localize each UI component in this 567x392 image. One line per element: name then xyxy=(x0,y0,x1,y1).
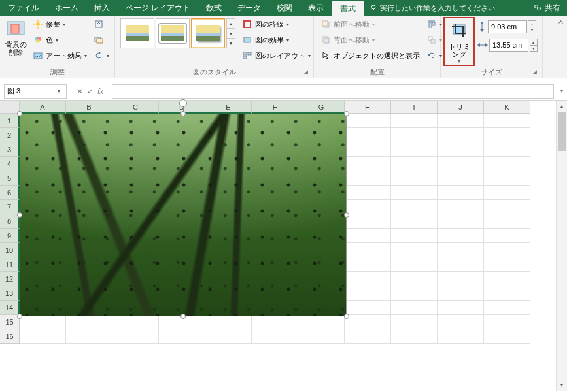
col-header-E[interactable]: E xyxy=(205,101,252,114)
cell[interactable] xyxy=(391,157,438,171)
artistic-effects-button[interactable]: アート効果 ▾ xyxy=(30,48,90,63)
cell[interactable] xyxy=(345,128,391,142)
cell[interactable] xyxy=(345,171,391,186)
tab-page-layout[interactable]: ページ レイアウト xyxy=(118,0,198,16)
tab-data[interactable]: データ xyxy=(230,0,269,16)
chevron-down-icon[interactable]: ▾ xyxy=(54,88,63,94)
cell[interactable] xyxy=(438,257,484,272)
tab-insert[interactable]: 挿入 xyxy=(86,0,118,16)
select-all-corner[interactable] xyxy=(0,101,20,114)
cell[interactable] xyxy=(391,243,438,257)
tab-review[interactable]: 校閲 xyxy=(269,0,300,16)
cell[interactable] xyxy=(252,329,298,344)
cell[interactable] xyxy=(345,157,391,171)
spinner-up[interactable]: ▴ xyxy=(528,21,536,27)
cell[interactable] xyxy=(345,229,391,243)
selection-pane-button[interactable]: オブジェクトの選択と表示 xyxy=(318,48,422,63)
tab-file[interactable]: ファイル xyxy=(0,0,47,16)
cell[interactable] xyxy=(20,329,66,344)
cell[interactable] xyxy=(484,214,530,229)
cell[interactable] xyxy=(391,301,438,315)
resize-handle-t[interactable] xyxy=(180,111,186,116)
cell[interactable] xyxy=(391,257,438,272)
cell[interactable] xyxy=(345,301,391,315)
resize-handle-b[interactable] xyxy=(180,314,186,319)
row-header-11[interactable]: 11 xyxy=(0,257,20,272)
cell[interactable] xyxy=(391,272,438,286)
cell[interactable] xyxy=(345,243,391,257)
cell[interactable] xyxy=(391,186,438,200)
row-header-6[interactable]: 6 xyxy=(0,186,20,200)
rotate-handle[interactable] xyxy=(179,99,187,107)
cell[interactable] xyxy=(438,200,484,214)
col-header-J[interactable]: J xyxy=(438,101,484,114)
width-value[interactable]: 13.55 cm xyxy=(489,39,528,52)
scroll-thumb[interactable] xyxy=(558,112,566,151)
color-button[interactable]: 色 ▾ xyxy=(30,33,90,47)
change-picture-button[interactable] xyxy=(91,33,112,47)
cell[interactable] xyxy=(345,186,391,200)
cell[interactable] xyxy=(298,329,345,344)
cell[interactable] xyxy=(20,315,66,329)
spinner-up[interactable]: ▴ xyxy=(530,39,537,46)
row-header-1[interactable]: 1 xyxy=(0,114,20,128)
ribbon-collapse-icon[interactable]: ㅅ xyxy=(557,17,564,27)
cell[interactable] xyxy=(345,214,391,229)
picture-layout-button[interactable]: 図のレイアウト ▾ xyxy=(239,48,313,63)
scroll-down-button[interactable]: ▾ xyxy=(557,380,567,391)
row-header-16[interactable]: 16 xyxy=(0,329,20,344)
cell[interactable] xyxy=(484,186,530,200)
forest-picture[interactable] xyxy=(20,114,347,316)
cell[interactable] xyxy=(205,329,252,344)
col-header-C[interactable]: C xyxy=(112,101,159,114)
cell[interactable] xyxy=(438,157,484,171)
cell[interactable] xyxy=(484,329,530,344)
cell[interactable] xyxy=(345,329,391,344)
bring-forward-button[interactable]: 前面へ移動 ▾ xyxy=(318,17,422,31)
crop-button[interactable]: トリミング ▾ xyxy=(445,19,473,64)
cell[interactable] xyxy=(391,171,438,186)
cell[interactable] xyxy=(484,272,530,286)
style-thumb-2[interactable] xyxy=(156,18,190,48)
tab-view[interactable]: 表示 xyxy=(300,0,332,16)
cell[interactable] xyxy=(345,142,391,157)
cell[interactable] xyxy=(345,272,391,286)
cell[interactable] xyxy=(438,114,484,128)
cell[interactable] xyxy=(391,142,438,157)
cell[interactable] xyxy=(484,171,530,186)
cell[interactable] xyxy=(438,243,484,257)
cancel-icon[interactable]: ✕ xyxy=(77,87,83,96)
cell[interactable] xyxy=(484,229,530,243)
scroll-up-button[interactable]: ▴ xyxy=(557,101,567,112)
height-value[interactable]: 9.03 cm xyxy=(488,20,527,33)
dialog-launcher-size[interactable]: ◢ xyxy=(530,69,538,76)
spinner-down[interactable]: ▾ xyxy=(528,27,536,33)
cell[interactable] xyxy=(484,114,530,128)
gallery-down-button[interactable]: ▾ xyxy=(227,29,235,39)
row-header-3[interactable]: 3 xyxy=(0,142,20,157)
cell[interactable] xyxy=(298,315,345,329)
row-header-10[interactable]: 10 xyxy=(0,243,20,257)
style-thumb-3[interactable] xyxy=(191,18,225,48)
col-header-B[interactable]: B xyxy=(66,101,112,114)
row-header-12[interactable]: 12 xyxy=(0,272,20,286)
cell[interactable] xyxy=(438,229,484,243)
share-button[interactable]: 共有 xyxy=(526,3,567,14)
remove-background-button[interactable]: 背景の 削除 xyxy=(3,17,29,56)
cell[interactable] xyxy=(112,329,159,344)
tab-format[interactable]: 書式 xyxy=(332,0,364,16)
cell[interactable] xyxy=(391,114,438,128)
gallery-more-button[interactable]: ▾ xyxy=(227,39,235,48)
dialog-launcher-styles[interactable]: ◢ xyxy=(301,69,309,76)
cell[interactable] xyxy=(438,329,484,344)
resize-handle-tl[interactable] xyxy=(17,111,22,116)
resize-handle-tr[interactable] xyxy=(344,111,349,116)
resize-handle-r[interactable] xyxy=(344,212,349,218)
cell[interactable] xyxy=(112,315,159,329)
cell[interactable] xyxy=(391,229,438,243)
row-header-8[interactable]: 8 xyxy=(0,214,20,229)
corrections-button[interactable]: 修整 ▾ xyxy=(30,17,90,31)
tell-me-box[interactable]: 実行したい作業を入力してください xyxy=(364,3,526,13)
resize-handle-bl[interactable] xyxy=(17,314,22,319)
height-spinner[interactable]: ▴▾ xyxy=(528,20,536,33)
